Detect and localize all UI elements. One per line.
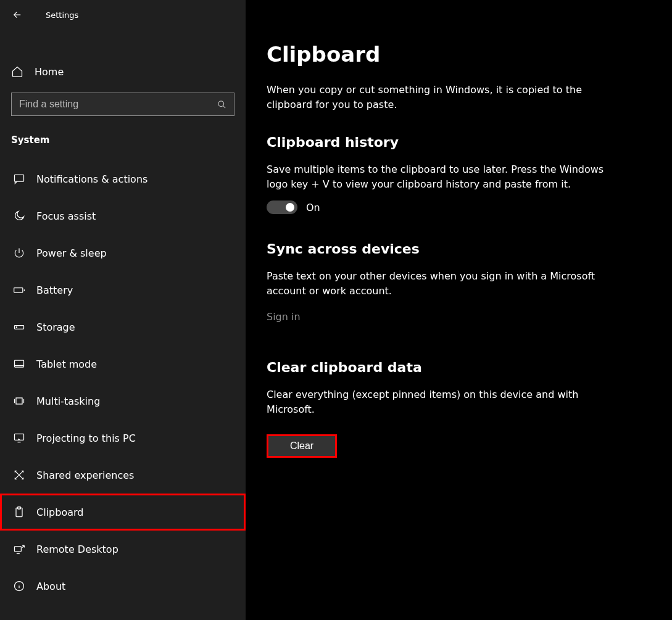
- category-header: System: [0, 128, 246, 157]
- sidebar-item-battery[interactable]: Battery: [0, 271, 246, 308]
- sidebar-item-label: Shared experiences: [36, 469, 134, 481]
- sidebar-item-label: Tablet mode: [36, 358, 97, 370]
- project-icon: [13, 432, 25, 444]
- home-label: Home: [35, 66, 64, 78]
- back-icon[interactable]: [11, 9, 23, 21]
- clipboard-history-toggle[interactable]: [267, 200, 297, 214]
- sidebar-item-label: Notifications & actions: [36, 173, 147, 185]
- timeline-icon: [13, 395, 25, 407]
- info-icon: [13, 580, 25, 592]
- svg-rect-2: [14, 288, 23, 293]
- section-desc-clear: Clear everything (except pinned items) o…: [267, 387, 612, 417]
- section-desc-history: Save multiple items to the clipboard to …: [267, 162, 612, 192]
- message-icon: [13, 173, 25, 185]
- sidebar-item-label: Clipboard: [36, 506, 83, 518]
- search-input[interactable]: [19, 99, 217, 110]
- sidebar-item-remote-desktop[interactable]: Remote Desktop: [0, 531, 246, 568]
- search-input-wrapper[interactable]: [11, 93, 234, 116]
- sidebar-item-label: Focus assist: [36, 210, 96, 222]
- svg-rect-6: [16, 398, 22, 404]
- sign-in-link[interactable]: Sign in: [267, 311, 301, 323]
- toggle-state-label: On: [306, 202, 320, 213]
- sidebar-item-multi-tasking[interactable]: Multi-tasking: [0, 382, 246, 420]
- sidebar-item-focus-assist[interactable]: Focus assist: [0, 197, 246, 234]
- page-title: Clipboard: [267, 42, 639, 67]
- home-icon: [11, 65, 23, 78]
- sidebar-item-storage[interactable]: Storage: [0, 308, 246, 345]
- section-title-clear: Clear clipboard data: [267, 360, 639, 375]
- topbar: Settings: [0, 5, 246, 32]
- sidebar-item-about[interactable]: About: [0, 568, 246, 605]
- main-content: Clipboard When you copy or cut something…: [246, 0, 672, 620]
- sidebar-item-label: Multi-tasking: [36, 395, 100, 407]
- sidebar-item-label: Battery: [36, 284, 73, 296]
- storage-icon: [13, 321, 25, 333]
- svg-rect-5: [15, 360, 24, 367]
- home-link[interactable]: Home: [0, 60, 246, 88]
- sidebar-item-tablet-mode[interactable]: Tablet mode: [0, 345, 246, 382]
- svg-point-0: [218, 101, 224, 106]
- svg-rect-10: [15, 547, 22, 552]
- clear-button[interactable]: Clear: [267, 434, 337, 458]
- crossed-arrows-icon: [13, 469, 25, 481]
- tablet-icon: [13, 358, 25, 370]
- section-title-history: Clipboard history: [267, 134, 639, 150]
- power-icon: [13, 247, 25, 259]
- sidebar-item-label: Power & sleep: [36, 247, 107, 259]
- window-title: Settings: [46, 10, 78, 20]
- remote-desktop-icon: [13, 543, 25, 555]
- search-icon: [217, 100, 226, 109]
- svg-rect-1: [15, 175, 24, 181]
- sidebar-item-clipboard[interactable]: Clipboard: [0, 494, 246, 531]
- moon-icon: [13, 210, 25, 222]
- sidebar-item-label: Projecting to this PC: [36, 432, 136, 444]
- nav-list: Notifications & actions Focus assist Pow…: [0, 160, 246, 605]
- section-desc-sync: Paste text on your other devices when yo…: [267, 269, 612, 299]
- sidebar-item-notifications[interactable]: Notifications & actions: [0, 160, 246, 197]
- toggle-row-history: On: [267, 200, 639, 214]
- page-subtitle: When you copy or cut something in Window…: [267, 83, 612, 112]
- sidebar-item-power-sleep[interactable]: Power & sleep: [0, 234, 246, 271]
- sidebar-item-shared-experiences[interactable]: Shared experiences: [0, 457, 246, 494]
- section-title-sync: Sync across devices: [267, 241, 639, 257]
- battery-icon: [13, 284, 25, 296]
- clipboard-icon: [13, 506, 25, 518]
- sidebar-item-label: About: [36, 581, 65, 592]
- svg-point-4: [16, 327, 17, 328]
- sidebar: Settings Home System Notifications & act…: [0, 0, 246, 620]
- sidebar-item-label: Storage: [36, 321, 75, 333]
- sidebar-item-label: Remote Desktop: [36, 544, 118, 555]
- sidebar-item-projecting[interactable]: Projecting to this PC: [0, 420, 246, 457]
